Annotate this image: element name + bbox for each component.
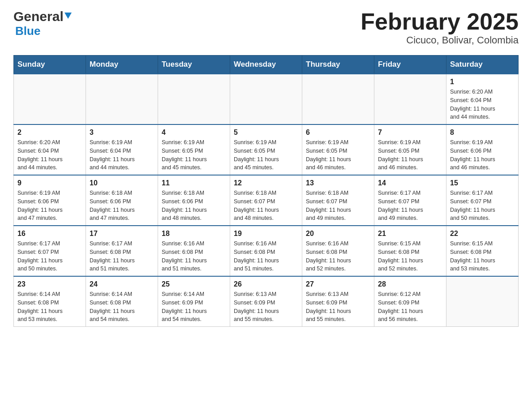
- calendar-cell: [230, 74, 302, 124]
- day-info: Sunrise: 6:14 AM Sunset: 6:08 PM Dayligh…: [90, 290, 154, 324]
- day-number: 19: [234, 230, 298, 238]
- calendar-cell: 20Sunrise: 6:16 AM Sunset: 6:08 PM Dayli…: [302, 226, 374, 276]
- calendar-cell: 3Sunrise: 6:19 AM Sunset: 6:04 PM Daylig…: [86, 124, 158, 175]
- calendar-title: February 2025: [360, 9, 519, 34]
- logo-general-text: General: [13, 9, 64, 24]
- day-number: 4: [162, 128, 226, 137]
- calendar-cell: 26Sunrise: 6:13 AM Sunset: 6:09 PM Dayli…: [230, 276, 302, 327]
- calendar-cell: 21Sunrise: 6:15 AM Sunset: 6:08 PM Dayli…: [374, 226, 446, 276]
- day-info: Sunrise: 6:16 AM Sunset: 6:08 PM Dayligh…: [162, 240, 226, 273]
- title-block: February 2025 Cicuco, Bolivar, Colombia: [360, 9, 519, 46]
- calendar-cell: 27Sunrise: 6:13 AM Sunset: 6:09 PM Dayli…: [302, 276, 374, 327]
- calendar-cell: 8Sunrise: 6:19 AM Sunset: 6:06 PM Daylig…: [446, 124, 519, 175]
- day-info: Sunrise: 6:19 AM Sunset: 6:04 PM Dayligh…: [90, 138, 154, 172]
- week-row-3: 9Sunrise: 6:19 AM Sunset: 6:06 PM Daylig…: [14, 175, 519, 226]
- day-number: 9: [17, 179, 82, 187]
- day-info: Sunrise: 6:15 AM Sunset: 6:08 PM Dayligh…: [378, 240, 442, 273]
- day-info: Sunrise: 6:19 AM Sunset: 6:06 PM Dayligh…: [17, 189, 82, 223]
- day-info: Sunrise: 6:17 AM Sunset: 6:08 PM Dayligh…: [90, 240, 154, 273]
- column-header-thursday: Thursday: [302, 56, 374, 74]
- day-info: Sunrise: 6:12 AM Sunset: 6:09 PM Dayligh…: [378, 290, 442, 324]
- day-number: 12: [234, 179, 298, 187]
- day-number: 26: [234, 280, 298, 288]
- day-info: Sunrise: 6:20 AM Sunset: 6:04 PM Dayligh…: [450, 88, 515, 121]
- calendar-cell: 22Sunrise: 6:15 AM Sunset: 6:08 PM Dayli…: [446, 226, 519, 276]
- calendar-cell: 2Sunrise: 6:20 AM Sunset: 6:04 PM Daylig…: [14, 124, 86, 175]
- week-row-1: 1Sunrise: 6:20 AM Sunset: 6:04 PM Daylig…: [14, 74, 519, 124]
- day-info: Sunrise: 6:17 AM Sunset: 6:07 PM Dayligh…: [17, 240, 82, 273]
- calendar-table: SundayMondayTuesdayWednesdayThursdayFrid…: [13, 55, 519, 327]
- day-info: Sunrise: 6:19 AM Sunset: 6:05 PM Dayligh…: [378, 138, 442, 172]
- calendar-cell: 9Sunrise: 6:19 AM Sunset: 6:06 PM Daylig…: [14, 175, 86, 226]
- week-row-5: 23Sunrise: 6:14 AM Sunset: 6:08 PM Dayli…: [14, 276, 519, 327]
- column-header-sunday: Sunday: [14, 56, 86, 74]
- day-info: Sunrise: 6:19 AM Sunset: 6:06 PM Dayligh…: [450, 138, 515, 172]
- calendar-header-row: SundayMondayTuesdayWednesdayThursdayFrid…: [14, 56, 519, 74]
- calendar-cell: 13Sunrise: 6:18 AM Sunset: 6:07 PM Dayli…: [302, 175, 374, 226]
- day-number: 5: [234, 128, 298, 137]
- day-info: Sunrise: 6:20 AM Sunset: 6:04 PM Dayligh…: [17, 138, 82, 172]
- day-info: Sunrise: 6:13 AM Sunset: 6:09 PM Dayligh…: [234, 290, 298, 324]
- day-info: Sunrise: 6:15 AM Sunset: 6:08 PM Dayligh…: [450, 240, 515, 273]
- day-info: Sunrise: 6:14 AM Sunset: 6:08 PM Dayligh…: [17, 290, 82, 324]
- page-header: General Blue February 2025 Cicuco, Boliv…: [13, 9, 519, 46]
- day-number: 23: [17, 280, 82, 288]
- day-number: 24: [90, 280, 154, 288]
- day-info: Sunrise: 6:18 AM Sunset: 6:07 PM Dayligh…: [306, 189, 370, 223]
- calendar-subtitle: Cicuco, Bolivar, Colombia: [360, 34, 519, 46]
- logo-blue-text: Blue: [15, 24, 40, 38]
- day-number: 15: [450, 179, 515, 187]
- calendar-cell: 16Sunrise: 6:17 AM Sunset: 6:07 PM Dayli…: [14, 226, 86, 276]
- day-number: 20: [306, 230, 370, 238]
- day-info: Sunrise: 6:18 AM Sunset: 6:06 PM Dayligh…: [90, 189, 154, 223]
- calendar-cell: 5Sunrise: 6:19 AM Sunset: 6:05 PM Daylig…: [230, 124, 302, 175]
- day-number: 28: [378, 280, 442, 288]
- calendar-cell: 24Sunrise: 6:14 AM Sunset: 6:08 PM Dayli…: [86, 276, 158, 327]
- calendar-cell: 6Sunrise: 6:19 AM Sunset: 6:05 PM Daylig…: [302, 124, 374, 175]
- week-row-4: 16Sunrise: 6:17 AM Sunset: 6:07 PM Dayli…: [14, 226, 519, 276]
- calendar-cell: 14Sunrise: 6:17 AM Sunset: 6:07 PM Dayli…: [374, 175, 446, 226]
- day-number: 1: [450, 78, 515, 86]
- day-info: Sunrise: 6:19 AM Sunset: 6:05 PM Dayligh…: [162, 138, 226, 172]
- calendar-cell: [302, 74, 374, 124]
- column-header-tuesday: Tuesday: [158, 56, 230, 74]
- calendar-cell: [86, 74, 158, 124]
- day-number: 22: [450, 230, 515, 238]
- column-header-friday: Friday: [374, 56, 446, 74]
- day-number: 17: [90, 230, 154, 238]
- week-row-2: 2Sunrise: 6:20 AM Sunset: 6:04 PM Daylig…: [14, 124, 519, 175]
- day-info: Sunrise: 6:19 AM Sunset: 6:05 PM Dayligh…: [306, 138, 370, 172]
- day-info: Sunrise: 6:17 AM Sunset: 6:07 PM Dayligh…: [378, 189, 442, 223]
- day-number: 21: [378, 230, 442, 238]
- column-header-wednesday: Wednesday: [230, 56, 302, 74]
- calendar-cell: 23Sunrise: 6:14 AM Sunset: 6:08 PM Dayli…: [14, 276, 86, 327]
- day-info: Sunrise: 6:14 AM Sunset: 6:09 PM Dayligh…: [162, 290, 226, 324]
- calendar-cell: [446, 276, 519, 327]
- calendar-cell: [374, 74, 446, 124]
- day-info: Sunrise: 6:18 AM Sunset: 6:07 PM Dayligh…: [234, 189, 298, 223]
- day-number: 25: [162, 280, 226, 288]
- day-number: 6: [306, 128, 370, 137]
- day-number: 13: [306, 179, 370, 187]
- logo: General Blue: [13, 9, 72, 38]
- calendar-cell: 28Sunrise: 6:12 AM Sunset: 6:09 PM Dayli…: [374, 276, 446, 327]
- calendar-cell: 15Sunrise: 6:17 AM Sunset: 6:07 PM Dayli…: [446, 175, 519, 226]
- calendar-cell: [158, 74, 230, 124]
- day-number: 16: [17, 230, 82, 238]
- calendar-cell: 25Sunrise: 6:14 AM Sunset: 6:09 PM Dayli…: [158, 276, 230, 327]
- day-number: 27: [306, 280, 370, 288]
- day-number: 11: [162, 179, 226, 187]
- calendar-cell: 10Sunrise: 6:18 AM Sunset: 6:06 PM Dayli…: [86, 175, 158, 226]
- calendar-cell: 4Sunrise: 6:19 AM Sunset: 6:05 PM Daylig…: [158, 124, 230, 175]
- calendar-cell: 7Sunrise: 6:19 AM Sunset: 6:05 PM Daylig…: [374, 124, 446, 175]
- day-number: 14: [378, 179, 442, 187]
- calendar-cell: 17Sunrise: 6:17 AM Sunset: 6:08 PM Dayli…: [86, 226, 158, 276]
- calendar-cell: 1Sunrise: 6:20 AM Sunset: 6:04 PM Daylig…: [446, 74, 519, 124]
- day-number: 8: [450, 128, 515, 137]
- day-info: Sunrise: 6:16 AM Sunset: 6:08 PM Dayligh…: [234, 240, 298, 273]
- column-header-monday: Monday: [86, 56, 158, 74]
- column-header-saturday: Saturday: [446, 56, 519, 74]
- day-info: Sunrise: 6:18 AM Sunset: 6:06 PM Dayligh…: [162, 189, 226, 223]
- calendar-cell: 18Sunrise: 6:16 AM Sunset: 6:08 PM Dayli…: [158, 226, 230, 276]
- day-number: 18: [162, 230, 226, 238]
